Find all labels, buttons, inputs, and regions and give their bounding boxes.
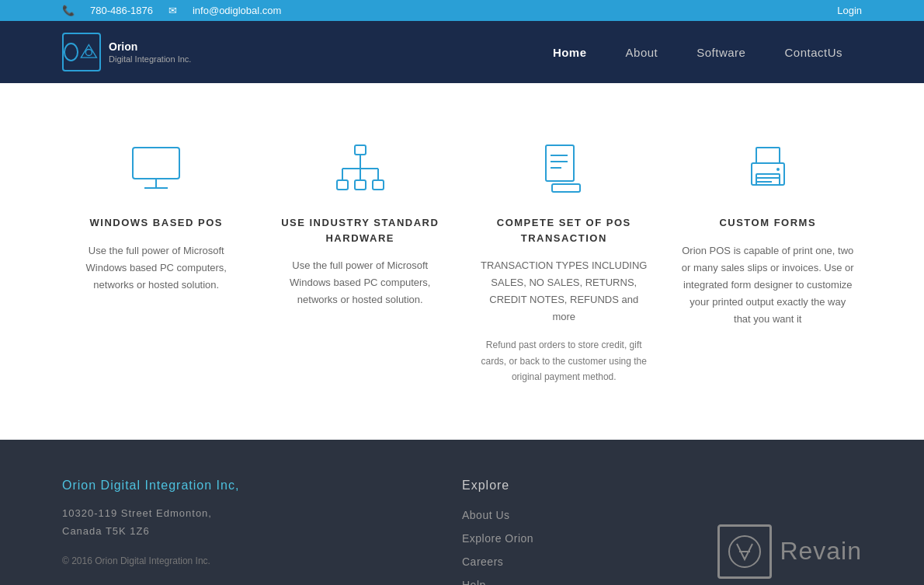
footer-copyright: © 2016 Orion Digital Integration Inc. — [62, 555, 415, 566]
feature-title-4: CUSTOM FORMS — [682, 215, 855, 231]
document-icon-container — [478, 138, 651, 200]
top-bar-left: 📞 780-486-1876 ✉ info@odiglobal.com — [62, 5, 281, 16]
logo-text: Orion Digital Integration Inc. — [109, 40, 191, 64]
svg-rect-21 — [756, 148, 780, 163]
svg-rect-7 — [355, 180, 366, 190]
nav-about[interactable]: About — [606, 38, 678, 67]
feature-title-3: COMPETE SET OF POS TRANSACTION — [478, 215, 651, 245]
nav-contact[interactable]: ContactUs — [765, 38, 862, 67]
footer: Orion Digital Integration Inc, 10320-119… — [0, 440, 924, 585]
logo-icon — [62, 33, 101, 71]
svg-rect-5 — [355, 145, 366, 155]
top-bar: 📞 780-486-1876 ✉ info@odiglobal.com Logi… — [0, 0, 924, 21]
footer-logo-area: Revain — [686, 479, 863, 585]
feature-desc2-3: Refund past orders to store credit, gift… — [478, 337, 651, 385]
network-icon-container — [274, 138, 447, 200]
svg-rect-20 — [756, 174, 780, 185]
footer-left: Orion Digital Integration Inc, 10320-119… — [62, 479, 415, 585]
footer-explore-title: Explore — [462, 479, 639, 493]
svg-rect-14 — [546, 145, 574, 181]
footer-link-explore[interactable]: Explore Orion — [462, 531, 639, 545]
navigation: Orion Digital Integration Inc. Home Abou… — [0, 21, 924, 83]
footer-address: 10320-119 Street Edmonton, Canada T5K 1Z… — [62, 504, 415, 541]
footer-link-about[interactable]: About Us — [462, 508, 639, 522]
revain-icon — [717, 524, 772, 579]
svg-point-1 — [86, 49, 92, 55]
footer-links-list: About Us Explore Orion Careers Help Cont… — [462, 508, 639, 585]
svg-rect-15 — [552, 184, 580, 192]
feature-desc-4: Orion POS is capable of print one, two o… — [682, 242, 855, 328]
logo: Orion Digital Integration Inc. — [62, 33, 191, 71]
nav-links: Home About Software ContactUs — [533, 38, 862, 67]
feature-title-2: USE INDUSTRY STANDARD HARDWARE — [274, 215, 447, 245]
printer-icon-container — [682, 138, 855, 200]
feature-title-1: WINDOWS BASED POS — [70, 215, 243, 231]
footer-link-help[interactable]: Help — [462, 578, 639, 585]
footer-address-line1: 10320-119 Street Edmonton, — [62, 507, 212, 519]
email-link[interactable]: info@odiglobal.com — [193, 5, 281, 16]
phone-number: 780-486-1876 — [90, 5, 153, 16]
feature-card-3: COMPETE SET OF POS TRANSACTION TRANSACTI… — [470, 130, 658, 393]
nav-software[interactable]: Software — [677, 38, 765, 67]
phone-icon: 📞 — [62, 5, 75, 16]
feature-card-2: USE INDUSTRY STANDARD HARDWARE Use the f… — [266, 130, 455, 393]
svg-rect-6 — [337, 180, 348, 190]
printer-icon — [741, 141, 795, 196]
svg-point-24 — [776, 168, 780, 171]
footer-content: Orion Digital Integration Inc, 10320-119… — [62, 479, 862, 585]
footer-link-careers[interactable]: Careers — [462, 555, 639, 569]
document-icon — [537, 141, 591, 196]
feature-desc-2: Use the full power of Microsoft Windows … — [274, 257, 447, 308]
network-icon — [333, 141, 387, 196]
email-icon: ✉ — [168, 5, 177, 16]
footer-company: Orion Digital Integration Inc, — [62, 479, 415, 493]
login-link[interactable]: Login — [837, 5, 862, 16]
footer-address-line2: Canada T5K 1Z6 — [62, 525, 150, 537]
nav-home[interactable]: Home — [533, 38, 606, 67]
features-section: WINDOWS BASED POS Use the full power of … — [0, 83, 924, 440]
feature-card-1: WINDOWS BASED POS Use the full power of … — [62, 130, 251, 393]
revain-text: Revain — [780, 537, 862, 566]
svg-rect-2 — [133, 148, 179, 179]
svg-rect-8 — [373, 180, 384, 190]
feature-card-4: CUSTOM FORMS Orion POS is capable of pri… — [674, 130, 863, 393]
feature-desc-1: Use the full power of Microsoft Windows … — [70, 242, 243, 294]
footer-right: Explore About Us Explore Orion Careers H… — [462, 479, 639, 585]
revain-logo: Revain — [717, 524, 862, 579]
monitor-icon-container — [70, 138, 243, 200]
feature-desc-3: TRANSACTION TYPES INCLUDING SALES, NO SA… — [478, 257, 651, 326]
monitor-icon — [129, 141, 183, 196]
